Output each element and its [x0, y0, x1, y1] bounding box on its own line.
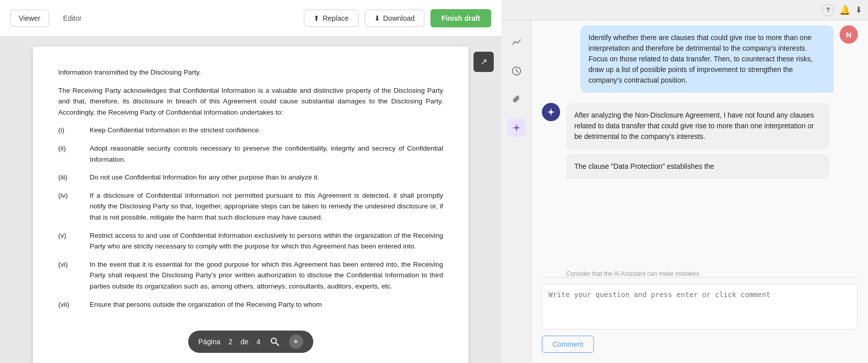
- clause-label-ii: (ii): [58, 143, 80, 165]
- finish-draft-button[interactable]: Finish draft: [430, 9, 491, 27]
- current-page: 2: [228, 338, 232, 346]
- clause-label-vii: (vii): [58, 299, 80, 310]
- clause-item-ii: (ii) Adopt reasonable security controls …: [58, 143, 443, 165]
- zoom-icon[interactable]: [268, 336, 281, 348]
- download-button[interactable]: ⬇ Download: [365, 10, 424, 27]
- page-label: Página: [199, 338, 221, 346]
- ai-message: After analyzing the Non-Disclosure Agree…: [542, 103, 858, 179]
- replace-icon: ⬆: [313, 14, 320, 22]
- clause-text-iii: Do not use Confidential Information for …: [90, 172, 443, 183]
- clause-item-iii: (iii) Do not use Confidential Informatio…: [58, 172, 443, 183]
- clause-label-iii: (iii): [58, 172, 80, 183]
- paragraph-1: Information transmitted by the Disclosin…: [58, 67, 443, 78]
- clause-item-iv: (iv) If a disclosure of Confidential Inf…: [58, 190, 443, 223]
- clock-sidebar-icon[interactable]: [507, 62, 526, 80]
- sparkle-sidebar-icon[interactable]: [507, 119, 526, 137]
- zoom-plus-button[interactable]: +: [289, 335, 303, 349]
- download-icon: ⬇: [374, 14, 380, 22]
- document-page: ↗ Information transmitted by the Disclos…: [33, 47, 468, 363]
- clause-text-vii: Ensure that persons outside the organiza…: [90, 299, 443, 310]
- ai-note: Consider that the AI Assistant can make …: [542, 270, 858, 277]
- clause-label-v: (v): [58, 230, 80, 252]
- attachment-sidebar-icon[interactable]: [507, 90, 526, 108]
- help-icon[interactable]: ?: [822, 4, 834, 16]
- download-icon[interactable]: ⬇: [855, 5, 862, 15]
- chat-input[interactable]: [542, 284, 858, 330]
- clause-text-vi: In the event that it is essential for th…: [90, 259, 443, 292]
- comment-button[interactable]: Comment: [542, 336, 594, 353]
- clause-label-iv: (iv): [58, 190, 80, 223]
- ai-avatar: [542, 103, 560, 121]
- paragraph-2: The Receiving Party acknowledges that Co…: [58, 85, 443, 118]
- replace-button[interactable]: ⬆ Replace: [304, 10, 358, 27]
- svg-point-0: [271, 338, 276, 343]
- document-panel: Viewer Editor ⬆ Replace ⬇ Download Finis…: [0, 0, 501, 363]
- external-link-button[interactable]: ↗: [474, 52, 494, 72]
- toolbar: Viewer Editor ⬆ Replace ⬇ Download Finis…: [0, 0, 501, 37]
- user-avatar: N: [840, 25, 858, 44]
- chat-input-area: Comment: [542, 277, 858, 353]
- svg-line-6: [517, 71, 519, 72]
- external-link-icon: ↗: [481, 55, 487, 68]
- clause-item-i: (i) Keep Confidential Information in the…: [58, 125, 443, 136]
- clause-label-vi: (vi): [58, 259, 80, 292]
- clause-text-ii: Adopt reasonable security controls neces…: [90, 143, 443, 165]
- clause-label-i: (i): [58, 125, 80, 136]
- viewer-tab[interactable]: Viewer: [10, 10, 49, 27]
- clause-item-vi: (vi) In the event that it is essential f…: [58, 259, 443, 292]
- clause-item-vii: (vii) Ensure that persons outside the or…: [58, 299, 443, 310]
- user-message: Identify whether there are clauses that …: [542, 25, 858, 93]
- chat-messages: Identify whether there are clauses that …: [542, 25, 858, 266]
- clause-list: (i) Keep Confidential Information in the…: [58, 125, 443, 310]
- analytics-sidebar-icon[interactable]: [507, 33, 526, 52]
- ai-bubble-2: The clause "Data Protection" establishes…: [566, 154, 830, 179]
- svg-line-1: [275, 343, 279, 346]
- clause-item-v: (v) Restrict access to and use of Confid…: [58, 230, 443, 252]
- sidebar-icons: i: [501, 0, 532, 363]
- chat-content: Identify whether there are clauses that …: [532, 0, 868, 363]
- bell-icon[interactable]: 🔔: [839, 5, 850, 16]
- clause-text-i: Keep Confidential Information in the str…: [90, 125, 443, 136]
- document-area: ↗ Information transmitted by the Disclos…: [0, 37, 501, 363]
- page-separator: de: [241, 338, 249, 346]
- ai-bubble-1: After analyzing the Non-Disclosure Agree…: [566, 103, 830, 149]
- user-bubble: Identify whether there are clauses that …: [580, 25, 834, 93]
- page-indicator: Página 2 de 4 +: [188, 331, 313, 353]
- clause-text-v: Restrict access to and use of Confidenti…: [90, 230, 443, 252]
- editor-tab[interactable]: Editor: [55, 10, 90, 26]
- chat-panel: ? 🔔 ⬇ i: [501, 0, 868, 363]
- total-pages: 4: [257, 338, 261, 346]
- clause-text-iv: If a disclosure of Confidential Informat…: [90, 190, 443, 223]
